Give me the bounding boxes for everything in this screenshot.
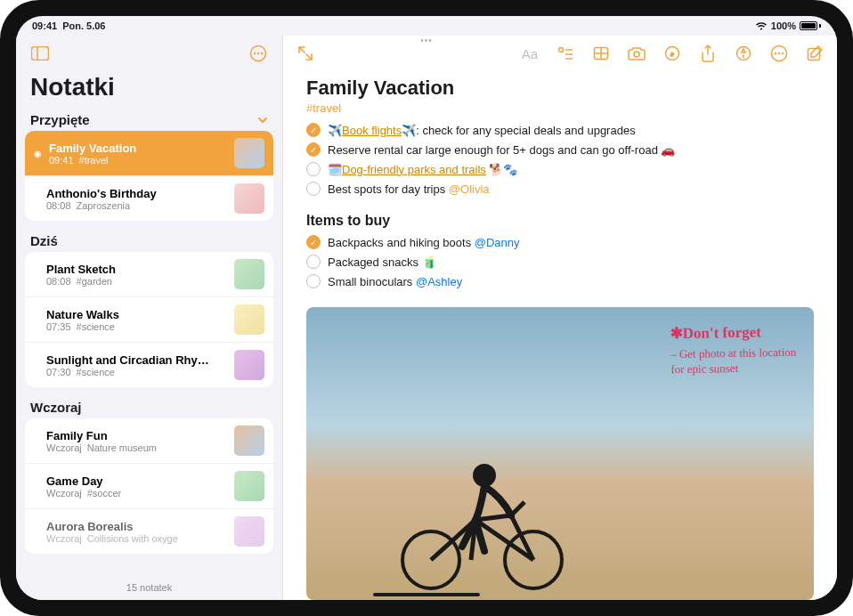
checklist-items-to-buy: ✓ Backpacks and hiking boots @Danny Pack… xyxy=(306,232,814,291)
checklist-item[interactable]: ✓ Backpacks and hiking boots @Danny xyxy=(306,232,814,252)
note-row-sunlight[interactable]: Sunlight and Circadian Rhy… 07:30#scienc… xyxy=(25,343,273,387)
checklist-item[interactable]: Packaged snacks 🧃 xyxy=(306,252,814,272)
note-title: Aurora Borealis xyxy=(46,520,227,533)
note-thumbnail xyxy=(234,426,264,456)
note-row-nature-walks[interactable]: Nature Walks 07:35#science xyxy=(25,297,273,343)
note-title: Nature Walks xyxy=(46,308,227,321)
note-title: Family Fun xyxy=(46,429,227,442)
note-heading: Items to buy xyxy=(306,213,814,229)
handwriting-annotation: ✱Don't forget – Get photo at this locati… xyxy=(670,322,796,377)
note-thumbnail xyxy=(234,183,264,214)
checkbox-icon[interactable] xyxy=(306,162,321,176)
cyclist-silhouette xyxy=(386,431,582,591)
section-header-pinned[interactable]: Przypięte xyxy=(16,109,282,131)
note-thumbnail xyxy=(234,471,264,501)
more-options-icon[interactable] xyxy=(247,42,270,65)
section-label: Przypięte xyxy=(30,112,90,127)
multitask-dots[interactable]: ••• xyxy=(420,36,433,45)
markup-icon[interactable] xyxy=(662,44,682,63)
mention[interactable]: @Danny xyxy=(475,236,520,249)
checklist-item[interactable]: Best spots for day trips @Olivia xyxy=(306,179,814,199)
checklist-item[interactable]: 🗓️Dog-friendly parks and trails 🐕🐾 xyxy=(306,159,814,179)
format-icon[interactable]: Aa xyxy=(520,44,540,63)
mention[interactable]: @Olivia xyxy=(449,182,490,196)
expand-icon[interactable] xyxy=(296,44,315,63)
lock-icon[interactable] xyxy=(734,44,753,63)
checkbox-icon[interactable] xyxy=(306,274,321,288)
note-title: Anthonio's Birthday xyxy=(46,187,227,200)
svg-point-13 xyxy=(634,52,639,57)
home-indicator[interactable] xyxy=(373,593,480,596)
checklist-item[interactable]: Small binoculars @Ashley xyxy=(306,272,814,291)
svg-point-4 xyxy=(257,53,259,54)
more-icon[interactable] xyxy=(769,44,789,63)
note-thumbnail xyxy=(234,138,264,168)
note-editor: Aa xyxy=(283,36,837,600)
section-label: Dziś xyxy=(30,233,58,248)
battery-percent: 100% xyxy=(771,20,796,31)
note-thumbnail xyxy=(234,516,264,547)
note-title: Sunlight and Circadian Rhy… xyxy=(46,353,227,367)
status-time: 09:41 xyxy=(32,20,57,31)
svg-point-6 xyxy=(559,48,564,53)
section-header-yesterday: Wczoraj xyxy=(16,389,282,418)
svg-point-5 xyxy=(261,53,263,54)
note-row-family-vacation[interactable]: ◉ Family Vacation 09:41#travel xyxy=(25,131,273,176)
checkbox-icon[interactable] xyxy=(306,255,321,269)
svg-point-19 xyxy=(782,53,784,54)
link[interactable]: Dog-friendly parks and trails xyxy=(342,163,486,176)
share-icon[interactable] xyxy=(698,44,718,63)
note-thumbnail xyxy=(234,259,264,289)
compose-icon[interactable] xyxy=(805,44,825,63)
pinned-icon: ◉ xyxy=(34,149,42,158)
note-thumbnail xyxy=(234,304,264,335)
note-row-plant-sketch[interactable]: Plant Sketch 08:08#garden xyxy=(25,252,273,297)
chevron-down-icon xyxy=(257,115,268,126)
checkbox-icon[interactable] xyxy=(306,182,321,196)
note-row-game-day[interactable]: Game Day Wczoraj#soccer xyxy=(25,464,273,509)
section-header-today: Dziś xyxy=(16,223,282,252)
note-title: Game Day xyxy=(46,474,227,488)
status-date: Pon. 5.06 xyxy=(62,20,105,31)
wifi-icon xyxy=(755,21,768,30)
svg-point-18 xyxy=(778,53,780,54)
table-icon[interactable] xyxy=(591,44,611,63)
note-thumbnail xyxy=(234,350,264,380)
section-label: Wczoraj xyxy=(30,400,82,415)
note-toolbar: Aa xyxy=(283,36,837,71)
sidebar-title: Notatki xyxy=(16,71,282,109)
camera-icon[interactable] xyxy=(627,44,646,63)
svg-point-3 xyxy=(254,53,256,54)
checkbox-icon[interactable]: ✓ xyxy=(306,123,321,137)
checklist-item[interactable]: ✓ ✈️Book flights✈️: check for any specia… xyxy=(306,120,814,140)
checklist-item[interactable]: ✓ Reserve rental car large enough for 5+… xyxy=(306,140,814,159)
note-row-aurora[interactable]: Aurora Borealis WczorajCollisions with o… xyxy=(25,509,273,554)
sidebar: Notatki Przypięte ◉ Family Vacation xyxy=(16,36,283,600)
note-title: Family Vacation xyxy=(49,142,227,155)
note-title: Plant Sketch xyxy=(46,263,227,276)
note-tag[interactable]: #travel xyxy=(306,101,814,115)
checkbox-icon[interactable]: ✓ xyxy=(306,142,321,157)
notes-count: 15 notatek xyxy=(16,575,282,600)
link[interactable]: Book flights xyxy=(342,124,402,137)
sidebar-toggle-icon[interactable] xyxy=(28,42,52,65)
checklist-main: ✓ ✈️Book flights✈️: check for any specia… xyxy=(306,120,814,199)
note-row-anthonios-birthday[interactable]: Anthonio's Birthday 08:08Zaproszenia xyxy=(25,176,273,221)
battery-icon xyxy=(800,21,821,30)
status-bar: 09:41 Pon. 5.06 100% xyxy=(16,16,837,36)
checkbox-icon[interactable]: ✓ xyxy=(306,235,321,249)
svg-rect-0 xyxy=(32,47,49,61)
mention[interactable]: @Ashley xyxy=(416,275,462,288)
note-image[interactable]: ✱Don't forget – Get photo at this locati… xyxy=(306,307,814,600)
note-title: Family Vacation xyxy=(306,77,814,100)
note-row-family-fun[interactable]: Family Fun WczorajNature museum xyxy=(25,418,273,464)
svg-point-17 xyxy=(775,53,776,54)
checklist-icon[interactable] xyxy=(556,44,575,63)
note-content[interactable]: Family Vacation #travel ✓ ✈️Book flights… xyxy=(283,71,837,600)
